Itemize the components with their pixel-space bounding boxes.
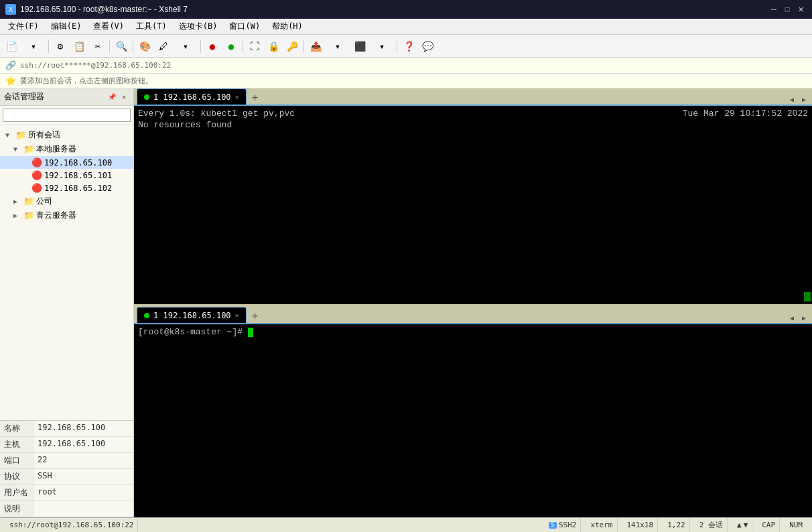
tab-nav-left-1[interactable]: ◀: [787, 94, 797, 105]
toolbar-green[interactable]: ●: [222, 38, 240, 55]
tab-1-label: 1 192.168.65.100: [153, 92, 231, 102]
folder-icon-qingyun: 📁: [23, 210, 34, 220]
menu-view[interactable]: 查看(V): [88, 19, 129, 34]
menu-help[interactable]: 帮助(H): [267, 19, 308, 34]
tree-item-server-100[interactable]: 🔴 192.168.65.100: [0, 156, 133, 169]
tab-1-close[interactable]: ✕: [235, 93, 239, 101]
toolbar-theme[interactable]: 🎨: [136, 38, 153, 55]
status-num-item: NUM: [785, 518, 807, 532]
toolbar-find[interactable]: 🔍: [113, 38, 130, 55]
address-bar: 🔗 ssh://root******@192.168.65.100:22: [0, 58, 812, 74]
toolbar-cut[interactable]: ✂: [89, 38, 107, 55]
tab-nav-left-2[interactable]: ◀: [787, 312, 797, 323]
toolbar-lock[interactable]: 🔒: [265, 38, 282, 55]
toolbar-sep6: [303, 40, 304, 53]
sidebar-header: 会话管理器 📌 ✕: [0, 88, 133, 106]
status-terminal-item: xterm: [586, 518, 617, 532]
info-val-protocol: SSH: [33, 469, 133, 484]
maximize-button[interactable]: □: [781, 3, 793, 15]
toolbar-split-dropdown[interactable]: ▾: [370, 38, 394, 55]
toolbar-color-dropdown[interactable]: ▾: [174, 38, 198, 55]
status-path-item: ssh://root@192.168.65.100:22: [5, 518, 138, 532]
sidebar-search-area[interactable]: [0, 106, 133, 125]
info-row-name: 名称 192.168.65.100: [0, 421, 133, 437]
terminal-cursor: [248, 328, 253, 337]
info-key-name: 名称: [0, 421, 33, 436]
tab-2-close[interactable]: ✕: [235, 312, 239, 319]
tree-arrow-local: ▼: [13, 145, 21, 153]
status-caps-item: CAP: [758, 518, 780, 532]
info-key-protocol: 协议: [0, 469, 33, 484]
info-val-username: root: [33, 485, 133, 501]
minimize-button[interactable]: ─: [768, 3, 780, 15]
tab-1-active[interactable]: 1 192.168.65.100 ✕: [137, 88, 247, 105]
notify-bar: ⭐ 要添加当前会话，点击左侧的图标按钮。: [0, 74, 812, 88]
tree-label-company: 公司: [36, 196, 52, 207]
close-button[interactable]: ✕: [795, 3, 807, 15]
terminal-panel-top[interactable]: Every 1.0s: kubectl get pv,pvc Tue Mar 2…: [134, 106, 812, 307]
tree-label-100: 192.168.65.100: [44, 158, 112, 168]
status-position-item: 1,22: [663, 518, 690, 532]
menu-edit[interactable]: 编辑(E): [46, 19, 87, 34]
tree-item-company[interactable]: ▶ 📁 公司: [0, 194, 133, 208]
sidebar-pin-button[interactable]: 📌: [107, 92, 117, 103]
sidebar-header-buttons[interactable]: 📌 ✕: [107, 92, 129, 103]
toolbar-red[interactable]: ●: [204, 38, 221, 55]
toolbar-chat[interactable]: 💬: [419, 38, 436, 55]
toolbar-fullscreen[interactable]: ⛶: [246, 38, 263, 55]
toolbar-transfer[interactable]: 📤: [307, 38, 324, 55]
toolbar-sep1: [48, 40, 49, 53]
tab-nav-right-2[interactable]: ▶: [799, 312, 809, 323]
tab-2-indicator: [144, 313, 149, 318]
tree-label-102: 192.168.65.102: [44, 184, 112, 193]
title-bar-controls[interactable]: ─ □ ✕: [768, 3, 807, 15]
menu-window[interactable]: 窗口(W): [224, 19, 265, 34]
toolbar-transfer-dropdown[interactable]: ▾: [326, 38, 350, 55]
tree-item-server-101[interactable]: 🔴 192.168.65.101: [0, 169, 133, 182]
tree-arrow-company: ▶: [13, 198, 21, 205]
status-up-btn[interactable]: ▲: [737, 521, 742, 529]
toolbar-help[interactable]: ❓: [400, 38, 417, 55]
tab-2-active[interactable]: 1 192.168.65.100 ✕: [137, 307, 247, 323]
toolbar: 📄 ▾ ⚙ 📋 ✂ 🔍 🎨 🖊 ▾ ● ● ⛶ 🔒 🔑 📤 ▾ ⬛ ▾ ❓ 💬: [0, 35, 812, 58]
toolbar-split[interactable]: ⬛: [351, 38, 368, 55]
status-down-btn[interactable]: ▼: [744, 521, 748, 529]
tree-label-qingyun: 青云服务器: [36, 210, 76, 221]
toolbar-key[interactable]: 🔑: [283, 38, 301, 55]
tab-active-indicator: [144, 94, 149, 100]
tab-add-button-1[interactable]: +: [248, 90, 263, 105]
notify-icon: ⭐: [5, 76, 16, 86]
toolbar-color[interactable]: 🖊: [155, 38, 172, 55]
main-area: 会话管理器 📌 ✕ ▼ 📁 所有会话 ▼ 📁 本地服务器: [0, 88, 812, 517]
status-bar: ssh://root@192.168.65.100:22 S SSH2 xter…: [0, 517, 812, 532]
toolbar-new-dropdown[interactable]: ▾: [21, 38, 46, 55]
tree-item-server-102[interactable]: 🔴 192.168.65.102: [0, 182, 133, 194]
tab-add-button-2[interactable]: +: [248, 308, 263, 323]
toolbar-copy[interactable]: ⚙: [52, 38, 69, 55]
sidebar-close-button[interactable]: ✕: [119, 92, 129, 103]
status-terminal: xterm: [590, 521, 612, 529]
tree-item-local-servers[interactable]: ▼ 📁 本地服务器: [0, 142, 133, 156]
menu-tabs[interactable]: 选项卡(B): [174, 19, 223, 34]
menu-file[interactable]: 文件(F): [3, 19, 44, 34]
status-path: ssh://root@192.168.65.100:22: [9, 521, 133, 529]
tree-label-101: 192.168.65.101: [44, 171, 112, 180]
tab-nav-right-1[interactable]: ▶: [799, 94, 809, 105]
tree-item-qingyun[interactable]: ▶ 📁 青云服务器: [0, 208, 133, 222]
terminal-panel-bottom[interactable]: [root@k8s-master ~]#: [134, 324, 812, 517]
sidebar-search-input[interactable]: [3, 109, 131, 122]
menu-tools[interactable]: 工具(T): [131, 19, 172, 34]
toolbar-paste[interactable]: 📋: [70, 38, 88, 55]
status-dimensions-item: 141x18: [623, 518, 659, 532]
status-dimensions: 141x18: [627, 521, 654, 529]
terminal-timestamp: Tue Mar 29 10:17:52 2022: [683, 109, 808, 119]
notify-text: 要添加当前会话，点击左侧的图标按钮。: [20, 76, 153, 86]
status-sessions: 2 会话: [699, 520, 723, 530]
status-nav-item[interactable]: ▲ ▼: [733, 518, 752, 532]
info-row-port: 端口 22: [0, 453, 133, 469]
toolbar-new[interactable]: 📄: [3, 38, 20, 55]
tree-item-all-sessions[interactable]: ▼ 📁 所有会话: [0, 128, 133, 142]
tree-arrow-all: ▼: [5, 131, 13, 139]
info-val-port: 22: [33, 453, 133, 468]
terminal-prompt: [root@k8s-master ~]#: [138, 327, 808, 337]
